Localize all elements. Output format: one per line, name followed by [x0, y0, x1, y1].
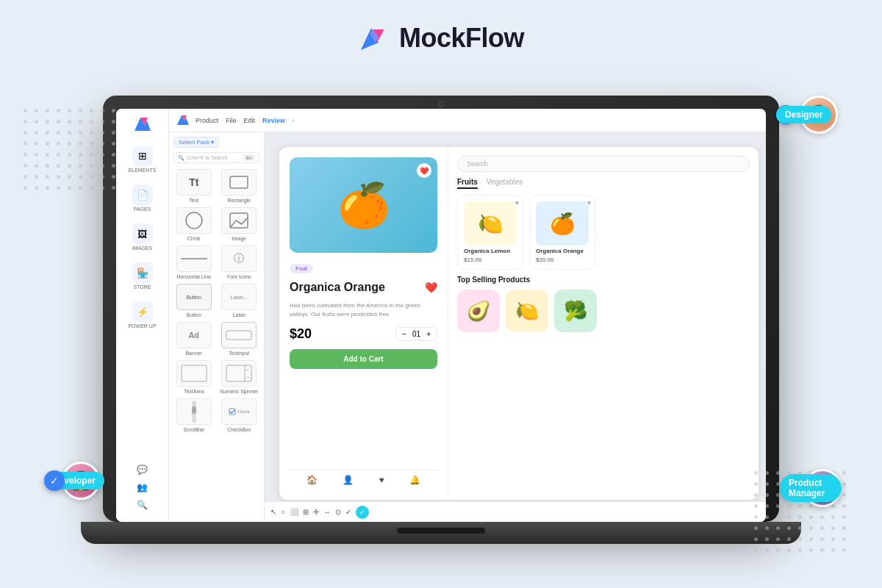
- sidebar-chat-icon[interactable]: 💬: [137, 465, 148, 475]
- menu-file[interactable]: File: [226, 117, 237, 124]
- sidebar-label-elements: ELEMENTS: [129, 168, 157, 173]
- tool-grid[interactable]: ⊞: [303, 508, 309, 516]
- element-rectangle[interactable]: Rectangle: [219, 169, 260, 203]
- menu-review[interactable]: Review: [262, 117, 285, 124]
- add-to-cart-button[interactable]: Add to Cart: [290, 349, 437, 369]
- element-text[interactable]: Tt Text: [173, 169, 215, 203]
- menu-edit[interactable]: Edit: [244, 117, 256, 124]
- panel-area: Select Pack ▾ 🔍 Cmd+K to Search ⌘K Tt: [169, 132, 766, 522]
- app-tabs: Fruits Vegetables: [457, 178, 750, 189]
- designer-badge: Designer: [776, 106, 831, 123]
- sidebar-item-elements[interactable]: ⊞ ELEMENTS: [116, 141, 168, 177]
- tool-rect[interactable]: ⬜: [290, 508, 298, 516]
- lemon-name: Organica Lemon: [464, 248, 517, 254]
- laptop-base: [81, 522, 801, 544]
- app-right: Search Fruits Vegetables: [448, 147, 759, 500]
- svg-line-11: [230, 220, 236, 228]
- element-scrollbar[interactable]: ScrollBar: [173, 398, 215, 432]
- tool-cross[interactable]: ✛: [313, 508, 319, 516]
- nav-home[interactable]: 🏠: [306, 475, 318, 485]
- tool-confirm-icon[interactable]: ✓: [356, 506, 369, 519]
- element-textinput[interactable]: Textinput: [219, 322, 260, 356]
- top-products-row: 🥑 🍋 🥦: [457, 290, 750, 332]
- toolbar-menu: Product File Edit Review ›: [196, 117, 295, 124]
- laptop-container: ⊞ ELEMENTS 📄 PAGES 🖼 IMAGES 🏪 STORE: [103, 96, 779, 544]
- sidebar-logo: [133, 115, 152, 134]
- product-heart-icon[interactable]: ❤️: [425, 282, 437, 293]
- element-textarea[interactable]: TextArea: [173, 360, 215, 394]
- qty-plus[interactable]: +: [426, 330, 431, 338]
- laptop-screen: ⊞ ELEMENTS 📄 PAGES 🖼 IMAGES 🏪 STORE: [116, 109, 766, 522]
- tool-resize[interactable]: ↔: [323, 508, 331, 516]
- product-image-heart[interactable]: ❤️: [417, 163, 431, 178]
- header: MockFlow: [0, 22, 882, 54]
- app-left: ❤️ 🍊 Fruit Organica Orange: [279, 147, 448, 500]
- pm-group: ··· 👩 Product Manager: [780, 469, 842, 507]
- lemon-img: 🍋: [464, 201, 517, 245]
- developer-group: ✓ 👩 Developer: [44, 462, 100, 500]
- svg-text:−: −: [246, 373, 250, 381]
- price-row: $20 − 01 +: [290, 326, 437, 342]
- elements-grid: Tt Text Rectangle: [173, 169, 259, 432]
- orange-name: Organica Orange: [536, 248, 589, 254]
- mockflow-logo-icon: [358, 22, 390, 54]
- element-fonticons[interactable]: ⓘ Font Icons: [219, 245, 260, 279]
- tool-circle[interactable]: ○: [281, 508, 285, 516]
- top-product-broccoli[interactable]: 🥦: [554, 290, 597, 332]
- canvas: ❤️ 🍊 Fruit Organica Orange: [265, 132, 766, 522]
- lemon-heart-icon[interactable]: ♥: [515, 199, 519, 207]
- qty-minus[interactable]: −: [402, 330, 406, 338]
- sidebar-item-pages[interactable]: 📄 PAGES: [116, 180, 168, 216]
- svg-line-12: [236, 220, 242, 224]
- element-image[interactable]: Image: [219, 207, 260, 241]
- top-selling-title: Top Selling Products: [457, 276, 750, 284]
- menu-product[interactable]: Product: [196, 117, 218, 124]
- element-button[interactable]: Button Button: [173, 284, 215, 318]
- product-card-orange[interactable]: 🍊 ♥ Organica Orange $20.00: [529, 195, 595, 270]
- svg-line-13: [242, 218, 248, 224]
- elements-search[interactable]: 🔍 Cmd+K to Search ⌘K: [173, 152, 259, 163]
- sidebar-item-store[interactable]: 🏪 STORE: [116, 258, 168, 294]
- app-mockup: ❤️ 🍊 Fruit Organica Orange: [279, 147, 759, 500]
- designer-group: 📹 👨 Designer: [776, 96, 838, 134]
- nav-heart[interactable]: ♥: [379, 475, 384, 485]
- svg-rect-22: [192, 406, 196, 414]
- tab-vegetables[interactable]: Vegetables: [487, 178, 523, 189]
- tool-check[interactable]: ✓: [345, 508, 351, 516]
- element-circle[interactable]: Circle: [173, 207, 215, 241]
- sidebar-item-powerup[interactable]: ⚡ POWER UP: [116, 297, 168, 333]
- search-kbd: ⌘K: [243, 154, 255, 161]
- element-hline[interactable]: Horizontal Line: [173, 245, 215, 279]
- element-numericspinner[interactable]: +− Numeric Spinner: [219, 360, 260, 394]
- product-price: $20: [290, 326, 312, 342]
- element-banner[interactable]: Ad Banner: [173, 322, 215, 356]
- toolbar-logo-icon: [176, 114, 190, 127]
- product-name-row: Organica Orange ❤️: [290, 281, 437, 294]
- product-tag: Fruit: [290, 264, 313, 273]
- sidebar-item-images[interactable]: 🖼 IMAGES: [116, 219, 168, 255]
- select-pack-button[interactable]: Select Pack ▾: [173, 137, 219, 148]
- tool-target[interactable]: ⊙: [335, 508, 341, 516]
- app-search[interactable]: Search: [457, 156, 750, 172]
- toolbar: Product File Edit Review ›: [169, 109, 766, 132]
- element-label[interactable]: Label... Label: [219, 284, 260, 318]
- laptop-body: ⊞ ELEMENTS 📄 PAGES 🖼 IMAGES 🏪 STORE: [103, 96, 779, 522]
- element-checkbox[interactable]: Check CheckBox: [219, 398, 260, 432]
- quantity-control[interactable]: − 01 +: [395, 327, 437, 341]
- sidebar-users-icon[interactable]: 👥: [137, 482, 148, 492]
- products-row: 🍋 ♥ Organica Lemon $15.00: [457, 195, 750, 270]
- tab-fruits[interactable]: Fruits: [457, 178, 478, 189]
- top-product-lemon[interactable]: 🍋: [506, 290, 548, 332]
- top-product-avocado[interactable]: 🥑: [457, 290, 500, 332]
- product-card-lemon[interactable]: 🍋 ♥ Organica Lemon $15.00: [457, 195, 523, 270]
- nav-user[interactable]: 👤: [343, 475, 354, 485]
- orange-heart-icon[interactable]: ♥: [587, 199, 591, 207]
- qty-value: 01: [412, 330, 420, 338]
- svg-rect-15: [226, 331, 251, 340]
- brand-name: MockFlow: [399, 23, 524, 54]
- nav-bell[interactable]: 🔔: [409, 475, 420, 485]
- developer-check-icon: ✓: [44, 470, 65, 491]
- tool-cursor[interactable]: ↖: [270, 508, 276, 516]
- svg-rect-16: [182, 365, 207, 381]
- sidebar-search-icon[interactable]: 🔍: [137, 500, 148, 510]
